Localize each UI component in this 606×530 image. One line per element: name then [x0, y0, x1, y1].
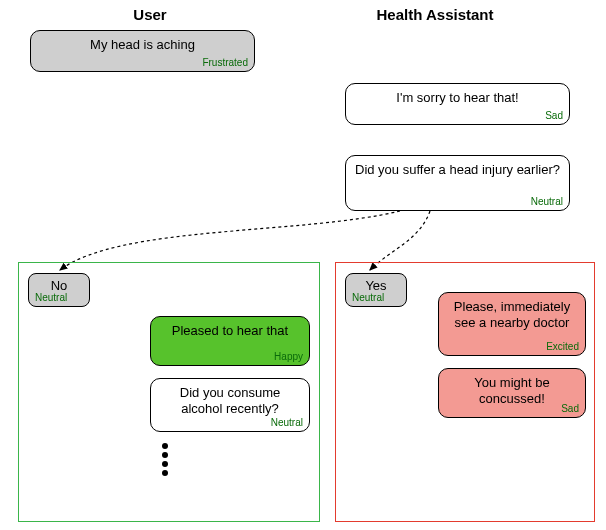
bubble-assistant-sorry: I'm sorry to hear that! Sad [345, 83, 570, 125]
bubble-yes-reply1: Please, immediately see a nearby doctor … [438, 292, 586, 356]
bubble-no-reply1: Pleased to hear that Happy [150, 316, 310, 366]
diagram-stage: User Health Assistant My head is aching … [0, 0, 606, 530]
bubble-yes-reply2: You might be concussed! Sad [438, 368, 586, 418]
emotion-label: Neutral [271, 417, 303, 429]
emotion-label: Neutral [352, 292, 384, 304]
bubble-text: My head is aching [39, 37, 246, 53]
bubble-text: You might be concussed! [447, 375, 577, 406]
emotion-label: Sad [561, 403, 579, 415]
emotion-label: Neutral [531, 196, 563, 208]
emotion-label: Neutral [35, 292, 67, 304]
bubble-answer-yes: Yes Neutral [345, 273, 407, 307]
bubble-text: Please, immediately see a nearby doctor [447, 299, 577, 330]
bubble-text: I'm sorry to hear that! [354, 90, 561, 106]
bubble-assistant-question: Did you suffer a head injury earlier? Ne… [345, 155, 570, 211]
bubble-text: Did you suffer a head injury earlier? [354, 162, 561, 178]
ellipsis-dots-no [158, 440, 172, 479]
emotion-label: Frustrated [202, 57, 248, 69]
emotion-label: Sad [545, 110, 563, 122]
column-header-assistant: Health Assistant [355, 6, 515, 23]
column-header-user: User [120, 6, 180, 23]
bubble-user-headache: My head is aching Frustrated [30, 30, 255, 72]
bubble-text: Did you consume alcohol recently? [159, 385, 301, 416]
emotion-label: Excited [546, 341, 579, 353]
bubble-no-reply2: Did you consume alcohol recently? Neutra… [150, 378, 310, 432]
bubble-text: Pleased to hear that [159, 323, 301, 339]
emotion-label: Happy [274, 351, 303, 363]
bubble-answer-no: No Neutral [28, 273, 90, 307]
